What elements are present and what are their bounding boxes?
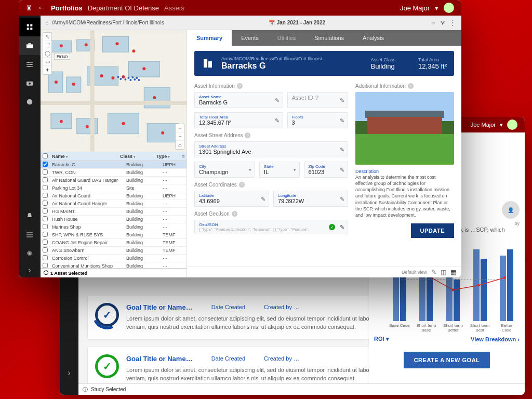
gear-icon[interactable] <box>19 244 41 263</box>
row-checkbox[interactable] <box>43 263 48 268</box>
table-row[interactable]: Hush HouseBuilding- - <box>41 216 187 223</box>
table-row[interactable]: Barracks GBuildingUEPH <box>41 161 187 169</box>
home-icon[interactable]: ⌂ <box>46 20 49 25</box>
edit-icon[interactable]: ✎ <box>340 146 344 153</box>
avatar[interactable] <box>444 3 454 13</box>
row-checkbox[interactable] <box>43 255 48 260</box>
field-asset-name[interactable]: Asset NameBarracks G✎ <box>194 92 283 108</box>
col-type[interactable]: Type▾ <box>156 154 180 159</box>
field-street[interactable]: Street Address1301 Springfield Ave✎ <box>194 141 348 157</box>
castle-icon[interactable]: ♜ <box>26 4 32 12</box>
select-all-checkbox[interactable] <box>43 153 48 158</box>
view-breakdown-link[interactable]: View Breakdown › <box>471 336 520 342</box>
layout-grid-icon[interactable]: ▦ <box>450 269 456 276</box>
table-row[interactable]: Conventional Munitions ShopBuilding- - <box>41 262 187 268</box>
more-icon[interactable]: ⋮ <box>449 19 456 26</box>
help-icon[interactable]: ? <box>237 83 243 89</box>
edit-icon[interactable]: ✎ <box>340 195 344 202</box>
edit-icon[interactable]: ✎ <box>261 195 265 202</box>
edit-icon[interactable]: ✎ <box>340 224 344 231</box>
row-checkbox[interactable] <box>43 193 48 198</box>
row-checkbox[interactable] <box>43 216 48 221</box>
help-icon[interactable]: ? <box>408 83 414 89</box>
table-row[interactable]: Corrosion ControlBuilding- - <box>41 255 187 262</box>
date-range-picker[interactable]: 📅Jan 2021 - Jan 2022 <box>269 20 325 25</box>
field-asset-id[interactable]: Asset ID?✎ <box>287 92 349 108</box>
field-geojson[interactable]: GeoJSON { "type": "FeatureCollection", "… <box>194 220 348 234</box>
tab-events[interactable]: Events <box>232 30 268 46</box>
filter-icon[interactable]: ⛛ <box>440 19 446 26</box>
list-icon[interactable] <box>19 225 41 244</box>
row-checkbox[interactable] <box>43 177 48 182</box>
edit-icon[interactable]: ✎ <box>431 269 436 276</box>
roi-dropdown[interactable]: ROI ▾ <box>374 336 389 342</box>
table-row[interactable]: Parking Lot 34Site- - <box>41 184 187 192</box>
table-row[interactable]: Air National Guard HangerBuilding- - <box>41 200 187 208</box>
table-row[interactable]: HG MAINT.Building- - <box>41 208 187 216</box>
row-checkbox[interactable] <box>43 201 48 206</box>
row-checkbox[interactable] <box>43 208 48 214</box>
table-row[interactable]: Air National GuardBuildingUEPH <box>41 192 187 200</box>
tab-utilities[interactable]: Utilities <box>268 30 305 46</box>
row-checkbox[interactable] <box>43 240 48 245</box>
table-row[interactable]: COANG Jet Engine RepairBuildingTEMF <box>41 239 187 247</box>
briefcase-icon[interactable] <box>19 36 41 55</box>
chevron-right-icon[interactable]: › <box>60 366 78 380</box>
breadcrumb[interactable]: /Army/IMCOM/Readiness/Fort Illinois/Fort… <box>52 20 164 25</box>
table-row[interactable]: ANG SnowbarnBuildingTEMF <box>41 247 187 255</box>
back-button[interactable]: ← <box>37 3 46 12</box>
field-state[interactable]: StateIL▾ <box>259 162 300 178</box>
add-button[interactable]: ＋ <box>430 18 436 28</box>
map-draw-tools[interactable]: ↖⬚◯▭✦ <box>43 32 52 75</box>
edit-icon[interactable]: ✎ <box>275 117 280 124</box>
field-zip[interactable]: Zip Code61023✎ <box>304 162 348 178</box>
home-icon[interactable] <box>19 18 41 36</box>
tab-simulations[interactable]: Simulations <box>305 30 353 46</box>
globe-icon[interactable] <box>19 92 41 111</box>
help-icon[interactable]: ? <box>315 95 318 101</box>
field-total-area[interactable]: Total Floor Area12,345.67 ft²✎ <box>194 112 283 128</box>
field-floors[interactable]: Floors3✎ <box>287 112 349 128</box>
layout-split-icon[interactable]: ◫ <box>441 269 446 276</box>
table-row[interactable]: Air National Guard UAS HangerBuilding- - <box>41 177 187 184</box>
row-checkbox[interactable] <box>43 162 48 167</box>
help-icon[interactable]: ? <box>232 211 237 217</box>
edit-icon[interactable]: ✎ <box>275 97 280 103</box>
goal-title[interactable]: Goal Title or Name… <box>126 303 193 313</box>
crumb-portfolios[interactable]: Portfolios <box>51 4 83 12</box>
table-menu-icon[interactable]: ≡ <box>180 154 187 159</box>
chevron-down-icon[interactable]: ▾ <box>435 4 438 12</box>
table-row[interactable]: Marines ShopBuilding- - <box>41 223 187 231</box>
tab-analysis[interactable]: Analysis <box>353 30 393 46</box>
map-zoom-controls[interactable]: ＋－⌂ <box>175 124 184 150</box>
table-row[interactable]: SHP, WPN & RLSE SYSBuildingTEMF <box>41 231 187 239</box>
chevron-down-icon[interactable]: ▾ <box>500 122 503 128</box>
edit-icon[interactable]: ✎ <box>340 117 344 124</box>
map-finish-button[interactable]: Finish <box>54 53 70 60</box>
help-icon[interactable]: ? <box>239 182 245 188</box>
row-checkbox[interactable] <box>43 247 48 252</box>
row-checkbox[interactable] <box>43 169 48 175</box>
tab-summary[interactable]: Summary <box>187 30 232 46</box>
crumb-dept[interactable]: Department Of Defense <box>88 4 159 12</box>
col-class[interactable]: Class▾ <box>120 154 156 159</box>
row-checkbox[interactable] <box>43 185 48 190</box>
camera-icon[interactable] <box>19 74 41 92</box>
bell-icon[interactable] <box>19 207 41 225</box>
field-latitude[interactable]: Latitude43.6969✎ <box>194 191 269 207</box>
asset-photo[interactable] <box>355 92 454 165</box>
help-icon[interactable]: ? <box>245 132 250 138</box>
chevron-right-icon[interactable]: › <box>28 263 31 277</box>
field-longitude[interactable]: Longitude79.3922W✎ <box>273 191 348 207</box>
edit-icon[interactable]: ✎ <box>340 97 344 103</box>
sliders-icon[interactable] <box>19 55 41 74</box>
chevron-down-icon[interactable]: ▾ <box>249 167 251 172</box>
table-row[interactable]: TWR, CONBuilding- - <box>41 169 187 177</box>
create-new-goal-button[interactable]: CREATE A NEW GOAL <box>404 352 490 368</box>
rear-user-name[interactable]: Joe Major <box>471 122 496 128</box>
avatar[interactable] <box>507 119 517 130</box>
chevron-down-icon[interactable]: ▾ <box>294 167 296 172</box>
row-checkbox[interactable] <box>43 224 48 229</box>
row-checkbox[interactable] <box>43 232 48 237</box>
field-city[interactable]: CityChampaign▾ <box>194 162 255 178</box>
